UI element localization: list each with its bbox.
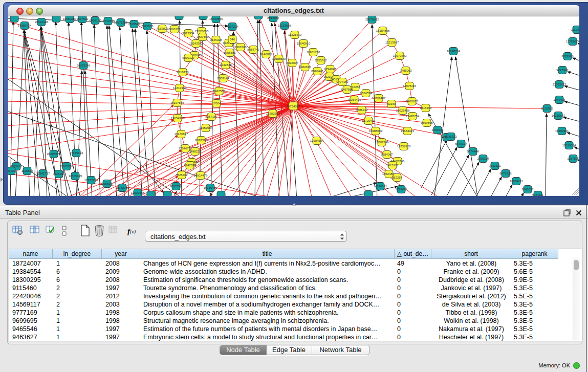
- svg-text:11325419: 11325419: [288, 33, 302, 36]
- svg-text:2935114: 2935114: [477, 157, 490, 160]
- svg-text:15495754: 15495754: [406, 115, 420, 118]
- svg-text:20053346: 20053346: [77, 64, 91, 67]
- svg-text:2367608: 2367608: [234, 46, 247, 49]
- svg-text:9329966: 9329966: [561, 55, 574, 58]
- svg-text:8267150: 8267150: [205, 115, 217, 118]
- svg-text:62160: 62160: [387, 102, 396, 105]
- svg-text:7515526: 7515526: [141, 25, 154, 28]
- svg-text:10958107: 10958107: [100, 182, 114, 185]
- svg-text:9474444: 9474444: [467, 150, 479, 153]
- svg-text:1247098: 1247098: [184, 164, 196, 167]
- svg-text:6466160: 6466160: [89, 19, 101, 22]
- svg-text:9684067: 9684067: [381, 153, 393, 156]
- svg-text:8678332: 8678332: [195, 139, 207, 142]
- svg-text:7632621: 7632621: [489, 164, 501, 167]
- svg-text:9777169: 9777169: [336, 80, 349, 83]
- svg-text:23226058: 23226058: [195, 30, 209, 33]
- svg-text:10973493: 10973493: [393, 54, 407, 57]
- svg-text:252254: 252254: [392, 176, 403, 179]
- svg-text:9227342: 9227342: [556, 69, 569, 72]
- svg-text:20364436: 20364436: [347, 98, 361, 101]
- svg-text:19756928: 19756928: [397, 145, 411, 148]
- svg-text:19654925: 19654925: [171, 117, 185, 120]
- svg-text:1640934: 1640934: [431, 128, 444, 132]
- svg-text:9699695: 9699695: [421, 121, 433, 124]
- svg-text:9245652: 9245652: [521, 188, 534, 191]
- svg-text:(x): (x): [130, 229, 136, 235]
- svg-text:17957223: 17957223: [84, 179, 98, 182]
- svg-text:6497568: 6497568: [341, 88, 353, 91]
- svg-text:2718170: 2718170: [177, 71, 189, 74]
- svg-text:7955812: 7955812: [315, 59, 327, 62]
- svg-text:15720407: 15720407: [362, 119, 376, 122]
- svg-text:3146328: 3146328: [210, 38, 222, 41]
- svg-text:1115682: 1115682: [21, 169, 33, 172]
- svg-text:99975867: 99975867: [60, 165, 74, 168]
- svg-text:10688609: 10688609: [369, 129, 383, 133]
- svg-text:6794028: 6794028: [324, 68, 336, 71]
- svg-text:8215955: 8215955: [541, 107, 553, 110]
- svg-text:3624554: 3624554: [360, 92, 372, 95]
- svg-text:16107553: 16107553: [170, 101, 184, 104]
- svg-text:12505135: 12505135: [69, 174, 82, 178]
- svg-text:16782759: 16782759: [116, 186, 129, 189]
- svg-text:16671355: 16671355: [114, 21, 128, 24]
- svg-text:10654112: 10654112: [510, 180, 524, 183]
- svg-text:16154808: 16154808: [376, 29, 390, 32]
- svg-text:20206576: 20206576: [47, 152, 61, 156]
- svg-text:2803144: 2803144: [217, 77, 229, 80]
- svg-text:20091406: 20091406: [35, 20, 49, 24]
- svg-text:10719155: 10719155: [101, 19, 115, 23]
- svg-text:1267530: 1267530: [567, 157, 579, 160]
- svg-text:14136141: 14136141: [374, 185, 387, 188]
- svg-text:10025458: 10025458: [396, 109, 410, 112]
- svg-text:12213369: 12213369: [173, 86, 187, 90]
- svg-text:1145194: 1145194: [53, 172, 66, 176]
- svg-text:9657791: 9657791: [170, 185, 182, 188]
- svg-text:16210643: 16210643: [552, 114, 565, 117]
- svg-text:15640910: 15640910: [297, 42, 311, 45]
- svg-text:7357224: 7357224: [226, 25, 238, 28]
- svg-text:1112384: 1112384: [571, 28, 579, 31]
- svg-text:8454749: 8454749: [247, 48, 259, 51]
- svg-text:7515526: 7515526: [128, 23, 140, 26]
- svg-text:7886312: 7886312: [356, 108, 368, 112]
- svg-text:12975115: 12975115: [403, 84, 417, 87]
- svg-text:39139: 39139: [8, 169, 16, 172]
- svg-text:18807249: 18807249: [375, 141, 389, 144]
- svg-text:546: 546: [230, 38, 235, 41]
- svg-text:3827509: 3827509: [197, 35, 209, 38]
- svg-text:7163822: 7163822: [156, 27, 168, 30]
- svg-text:1244415: 1244415: [553, 98, 565, 101]
- svg-text:15692901: 15692901: [555, 129, 569, 133]
- svg-text:5938923: 5938923: [445, 135, 457, 138]
- svg-text:17359924: 17359924: [70, 151, 83, 155]
- svg-text:9890123: 9890123: [182, 56, 194, 59]
- svg-text:12942737: 12942737: [36, 172, 50, 175]
- svg-text:11353594: 11353594: [199, 126, 213, 129]
- svg-text:12923465: 12923465: [131, 191, 145, 194]
- svg-text:14055724: 14055724: [18, 24, 32, 27]
- svg-text:8990448: 8990448: [311, 70, 323, 73]
- svg-text:10807487: 10807487: [372, 97, 386, 100]
- svg-text:8813054: 8813054: [267, 16, 279, 19]
- svg-text:18724007: 18724007: [287, 105, 300, 108]
- svg-text:7625402: 7625402: [176, 173, 188, 177]
- svg-text:8756685: 8756685: [224, 51, 236, 54]
- svg-text:20876682: 20876682: [365, 18, 379, 21]
- svg-text:15716485: 15716485: [204, 186, 217, 189]
- svg-text:17004: 17004: [212, 102, 221, 105]
- svg-text:8322037: 8322037: [286, 61, 298, 64]
- svg-text:1615132: 1615132: [386, 164, 399, 167]
- svg-text:9146821: 9146821: [260, 53, 272, 56]
- svg-text:10543342: 10543342: [189, 42, 203, 45]
- svg-text:13588520: 13588520: [272, 57, 286, 60]
- svg-text:8660123: 8660123: [168, 28, 181, 31]
- svg-text:9381111: 9381111: [532, 193, 544, 196]
- svg-text:8471626: 8471626: [499, 172, 512, 175]
- svg-text:12093822: 12093822: [553, 83, 567, 86]
- svg-text:19384554: 19384554: [310, 139, 324, 142]
- svg-text:1362615: 1362615: [299, 65, 311, 69]
- svg-text:1527602: 1527602: [76, 17, 89, 20]
- svg-text:16033809: 16033809: [209, 17, 223, 20]
